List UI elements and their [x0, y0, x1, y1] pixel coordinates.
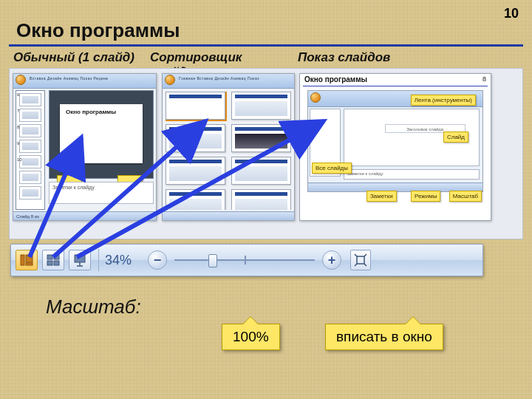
- svg-rect-3: [47, 255, 52, 259]
- office-orb-icon: [310, 92, 321, 103]
- svg-rect-4: [54, 255, 59, 259]
- callout-fit: вписать в окно: [325, 324, 443, 350]
- sorter-grid: [166, 92, 291, 210]
- ribbon: Главная Вставка Дизайн Анимац Показ: [163, 74, 294, 89]
- title-underline: [9, 44, 523, 47]
- tag-slide: Слайд: [443, 132, 468, 143]
- thumb-sorter-view: Главная Вставка Дизайн Анимац Показ: [162, 73, 295, 221]
- view-sorter-button[interactable]: [42, 250, 64, 270]
- svg-rect-0: [21, 255, 24, 265]
- zoom-out-button[interactable]: −: [148, 250, 167, 270]
- status-bar: Слайд 8 из: [13, 211, 156, 220]
- svg-rect-5: [47, 261, 52, 265]
- zoom-percentage[interactable]: 34%: [105, 253, 140, 268]
- notes-pane: Заметки к слайду: [49, 182, 154, 204]
- scale-label: Масштаб:: [46, 296, 141, 318]
- tag-modes: Режимы: [411, 191, 440, 202]
- slide-panel: 6 7 8 9 10: [16, 90, 45, 210]
- thumb-slideshow-annotated: Окно программы 8 Заголовок слайда Заметк…: [299, 73, 491, 221]
- thumb3-rule: [303, 86, 488, 86]
- zoom-slider[interactable]: [174, 253, 315, 267]
- slide-title-text: Окно программы: [66, 109, 116, 115]
- zoom-status-bar: 34% − +: [10, 244, 483, 276]
- view-slideshow-button[interactable]: [69, 250, 91, 270]
- thumb3-title: Окно программы: [304, 75, 367, 83]
- callout-100pct: 100%: [222, 324, 280, 350]
- thumb3-pagenum: 8: [482, 75, 486, 83]
- editor-area: Окно программы: [49, 90, 154, 179]
- tag-notes: Заметки: [366, 191, 397, 202]
- svg-rect-6: [54, 261, 59, 265]
- svg-rect-7: [75, 255, 85, 262]
- zoom-in-button[interactable]: +: [322, 250, 341, 270]
- thumb-normal-view: Вставка Дизайн Анимац Показ Рецене 6 7 8…: [13, 73, 157, 221]
- office-orb-icon: [165, 75, 175, 85]
- view-normal-button[interactable]: [16, 250, 38, 270]
- ribbon-tabs: Вставка Дизайн Анимац Показ Рецене: [30, 76, 109, 81]
- slide-canvas: Окно программы: [60, 104, 143, 163]
- thumbnail-band: Вставка Дизайн Анимац Показ Рецене 6 7 8…: [9, 68, 523, 239]
- ribbon: Вставка Дизайн Анимац Показ Рецене: [13, 74, 156, 89]
- svg-rect-10: [357, 256, 364, 264]
- tag-all-slides: Все слайды: [312, 163, 352, 174]
- notes-pane: Заметки к слайду: [344, 169, 480, 180]
- ribbon-tabs: Главная Вставка Дизайн Анимац Показ: [179, 76, 259, 81]
- separator: [98, 249, 99, 271]
- status-bar: [163, 211, 294, 220]
- tag-zoom: Масштаб: [449, 191, 482, 202]
- tag-ribbon: Лента (инструменты): [411, 95, 476, 106]
- svg-rect-1: [26, 255, 33, 262]
- page-number: 10: [504, 6, 519, 21]
- fit-to-window-button[interactable]: [350, 250, 371, 270]
- svg-rect-2: [26, 263, 33, 265]
- zoom-slider-thumb[interactable]: [208, 254, 217, 267]
- page-title: Окно программы: [16, 19, 180, 42]
- office-orb-icon: [16, 75, 26, 85]
